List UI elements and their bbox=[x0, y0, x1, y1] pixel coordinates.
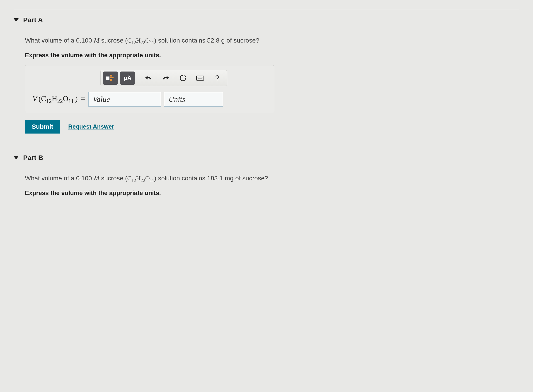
svg-marker-13 bbox=[14, 156, 19, 159]
svg-rect-11 bbox=[202, 77, 203, 77]
question-text-pre: What volume of a 0.100 bbox=[25, 175, 94, 182]
question-text-mid: sucrose ( bbox=[100, 175, 127, 182]
svg-rect-7 bbox=[197, 77, 198, 77]
question-text-pre: What volume of a 0.100 bbox=[25, 37, 94, 44]
redo-button[interactable] bbox=[158, 71, 173, 85]
svg-rect-8 bbox=[199, 77, 199, 77]
svg-rect-6 bbox=[196, 76, 204, 80]
collapse-icon[interactable] bbox=[14, 156, 19, 159]
question-text-post: ) solution contains 52.8 g of sucrose? bbox=[154, 37, 259, 44]
part-b-header[interactable]: Part B bbox=[14, 154, 519, 162]
svg-rect-12 bbox=[198, 79, 202, 79]
action-row: Submit Request Answer bbox=[25, 120, 519, 134]
molarity-symbol: M bbox=[94, 37, 100, 44]
svg-marker-0 bbox=[14, 18, 19, 22]
special-chars-button[interactable]: μÅ bbox=[120, 71, 135, 85]
question-text-mid: sucrose ( bbox=[100, 37, 127, 44]
chemical-formula: C12H22O11 bbox=[127, 37, 154, 44]
part-b-instruction: Express the volume with the appropriate … bbox=[25, 190, 519, 197]
reset-button[interactable] bbox=[175, 71, 190, 85]
svg-rect-9 bbox=[200, 77, 200, 77]
molarity-symbol: M bbox=[94, 174, 100, 182]
part-a-instruction: Express the volume with the appropriate … bbox=[25, 52, 519, 59]
template-button[interactable] bbox=[103, 71, 118, 85]
collapse-icon[interactable] bbox=[14, 18, 19, 22]
request-answer-link[interactable]: Request Answer bbox=[68, 123, 114, 130]
part-a-title: Part A bbox=[23, 16, 43, 24]
input-row: V(C12H22O11) = Value Units bbox=[30, 92, 269, 107]
part-a-question: What volume of a 0.100 M sucrose (C12H22… bbox=[25, 35, 519, 46]
svg-rect-10 bbox=[201, 77, 201, 77]
chemical-formula: C12H22O11 bbox=[127, 175, 154, 182]
svg-rect-4 bbox=[110, 79, 112, 81]
keyboard-button[interactable] bbox=[193, 71, 208, 85]
submit-button[interactable]: Submit bbox=[25, 120, 60, 134]
expression-label: V(C12H22O11) = bbox=[30, 94, 85, 104]
question-text-post: ) solution contains 183.1 mg of sucrose? bbox=[154, 175, 268, 182]
undo-button[interactable] bbox=[141, 71, 156, 85]
value-input[interactable]: Value bbox=[88, 92, 161, 107]
answer-panel: μÅ ? bbox=[25, 65, 274, 112]
svg-rect-1 bbox=[106, 76, 109, 80]
help-button[interactable]: ? bbox=[210, 71, 225, 85]
part-a-section: Part A What volume of a 0.100 M sucrose … bbox=[14, 16, 519, 134]
svg-rect-2 bbox=[110, 75, 112, 76]
part-a-header[interactable]: Part A bbox=[14, 16, 519, 24]
units-input[interactable]: Units bbox=[164, 92, 223, 107]
part-b-section: Part B What volume of a 0.100 M sucrose … bbox=[14, 154, 519, 197]
svg-marker-5 bbox=[185, 75, 186, 77]
units-placeholder: Units bbox=[168, 95, 185, 104]
part-b-question: What volume of a 0.100 M sucrose (C12H22… bbox=[25, 173, 519, 184]
svg-rect-3 bbox=[110, 77, 114, 78]
value-placeholder: Value bbox=[93, 95, 110, 104]
part-b-title: Part B bbox=[23, 154, 43, 162]
answer-toolbar: μÅ ? bbox=[100, 70, 227, 86]
